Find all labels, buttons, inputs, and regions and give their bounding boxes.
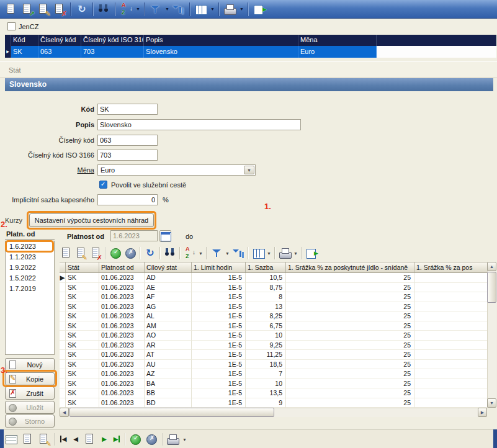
column-header-cilovy-stat[interactable]: Cílový stat xyxy=(145,262,192,272)
filter-graph-icon[interactable] xyxy=(171,2,187,17)
new-document-icon[interactable] xyxy=(3,2,19,17)
delete-document-icon[interactable]: ✗ xyxy=(51,2,68,17)
novy-button[interactable]: Nový xyxy=(5,358,55,371)
ciselny-kod-input[interactable] xyxy=(97,135,158,146)
scroll-right-button[interactable]: ▶ xyxy=(478,408,487,417)
rates-table-row[interactable]: SK01.06.2023AF1E-5825 xyxy=(60,292,487,302)
rates-table-row[interactable]: SK01.06.2023AL1E-58,2525 xyxy=(60,311,487,321)
popis-input[interactable] xyxy=(97,119,301,130)
print-dropdown-arrow[interactable]: ▼ xyxy=(181,437,188,442)
sort-dropdown-arrow[interactable]: ▼ xyxy=(197,251,204,256)
kod-input[interactable] xyxy=(97,104,158,115)
column-header-srazka-snidane[interactable]: 1. Srážka % za poskytnuté jídlo - snídan… xyxy=(286,262,414,272)
record-document-icon[interactable] xyxy=(20,432,36,447)
filter-icon[interactable] xyxy=(209,246,224,261)
columns-dropdown-arrow[interactable]: ▼ xyxy=(209,7,216,11)
search-icon[interactable] xyxy=(96,2,112,17)
prev-record-icon[interactable]: ◀ xyxy=(69,432,82,446)
column-header-limit-hodin[interactable]: 1. Limit hodin xyxy=(192,262,246,272)
rates-table-row[interactable]: SK01.06.2023AM1E-56,7525 xyxy=(60,321,487,331)
kurzy-date-item[interactable]: 1.1.2023 xyxy=(6,252,54,262)
kurzy-date-item[interactable]: 1.7.2019 xyxy=(6,284,54,294)
platnost-od-input[interactable] xyxy=(110,230,158,241)
filter-graph-icon[interactable] xyxy=(231,246,246,261)
kapesne-input[interactable] xyxy=(97,194,158,205)
kurzy-date-item[interactable]: 1.6.2023 xyxy=(6,241,54,252)
list-icon[interactable] xyxy=(4,432,20,447)
rates-table-row[interactable]: SK01.06.2023AZ1E-5725 xyxy=(60,369,487,379)
column-header-srazka-2[interactable]: 1. Srážka % za pos xyxy=(414,262,487,272)
nahrady-settings-button[interactable]: Nastavení výpočtu cestovních náhrad xyxy=(29,213,154,227)
kopie-button[interactable]: Kopie xyxy=(5,372,55,385)
open-document-icon[interactable]: ↗ xyxy=(19,2,35,17)
cancel-icon[interactable] xyxy=(123,246,138,261)
column-header-popis[interactable]: Popis xyxy=(144,35,298,46)
country-row-selected[interactable]: ▶ SK 063 703 Slovensko Euro xyxy=(5,46,496,58)
column-header-mena[interactable]: Měna xyxy=(298,35,377,46)
first-record-icon[interactable]: ◀ xyxy=(57,432,69,446)
sort-az-icon[interactable]: ↓ xyxy=(119,2,135,17)
calendar-button[interactable] xyxy=(159,230,171,242)
scroll-up-button[interactable]: ▲ xyxy=(487,262,496,271)
last-record-icon[interactable]: ▶ xyxy=(110,432,123,446)
rates-table-row[interactable]: SK01.06.2023AO1E-51025 xyxy=(60,331,487,341)
kurzy-date-item[interactable]: 1.5.2022 xyxy=(6,273,54,284)
rates-table-row[interactable]: SK01.06.2023AG1E-51325 xyxy=(60,302,487,312)
zrusit-button[interactable]: Zrušit xyxy=(5,387,55,400)
export-icon[interactable] xyxy=(304,246,319,261)
mena-select[interactable]: Euro ▼ xyxy=(97,164,256,176)
accept-icon[interactable] xyxy=(128,432,144,447)
rates-table-row[interactable]: SK01.06.2023BA1E-51025 xyxy=(60,379,487,389)
print-icon[interactable] xyxy=(277,246,292,261)
new-row-icon[interactable] xyxy=(58,246,73,261)
rates-table-row[interactable]: SK01.06.2023BD1E-5925 xyxy=(60,398,487,408)
filter-dropdown-arrow[interactable]: ▼ xyxy=(164,7,171,11)
rates-table-row[interactable]: SK01.06.2023AT1E-511,2525 xyxy=(60,350,487,360)
print-icon[interactable] xyxy=(222,2,238,17)
rates-table-row[interactable]: ▶SK01.06.2023AD1E-510,525 xyxy=(60,273,487,283)
refresh-icon[interactable]: ↻ xyxy=(74,2,90,17)
record-edit-icon[interactable]: ✎ xyxy=(36,432,52,447)
export-icon[interactable] xyxy=(251,2,267,17)
print-dropdown-arrow[interactable]: ▼ xyxy=(238,7,245,11)
edit-document-icon[interactable]: ✎ xyxy=(35,2,51,17)
povolit-checkbox[interactable] xyxy=(99,181,107,189)
kurzy-date-item[interactable]: 1.9.2022 xyxy=(6,262,54,273)
dates-column-header[interactable]: Platn. od xyxy=(5,229,55,240)
refresh-icon[interactable]: ↻ xyxy=(143,246,158,261)
sort-az-icon[interactable]: ↓ xyxy=(182,246,197,261)
cancel-icon[interactable] xyxy=(144,432,160,447)
filter-dropdown-arrow[interactable]: ▼ xyxy=(224,251,231,256)
column-header-stat[interactable]: Stát xyxy=(66,262,99,272)
column-header-platnost-od[interactable]: Platnost od xyxy=(99,262,145,272)
sort-dropdown-arrow[interactable]: ▼ xyxy=(135,7,141,11)
rates-table-row[interactable]: SK01.06.2023AE1E-58,7525 xyxy=(60,283,487,293)
column-header-sazba[interactable]: 1. Sazba xyxy=(246,262,286,272)
jencz-checkbox[interactable] xyxy=(7,22,16,30)
scroll-down-button[interactable]: ▼ xyxy=(487,398,496,408)
rates-table-row[interactable]: SK01.06.2023BB1E-513,525 xyxy=(60,388,487,398)
horizontal-scroll-thumb[interactable] xyxy=(69,408,274,417)
print-icon[interactable] xyxy=(165,432,181,447)
column-header-iso[interactable]: Číselný kód ISO 3166 xyxy=(81,35,144,46)
accept-icon[interactable] xyxy=(108,246,123,261)
column-header-ciselny-kod[interactable]: Číselný kód xyxy=(38,35,81,46)
delete-row-icon[interactable]: ✗ xyxy=(88,246,103,261)
current-record-icon[interactable] xyxy=(82,432,98,447)
rates-table-row[interactable]: SK01.06.2023AU1E-518,525 xyxy=(60,360,487,370)
iso-input[interactable] xyxy=(97,150,158,161)
scroll-left-button[interactable]: ◀ xyxy=(60,408,69,417)
next-record-icon[interactable]: ▶ xyxy=(98,432,110,446)
vertical-scroll-thumb[interactable] xyxy=(487,272,496,303)
columns-icon[interactable] xyxy=(251,246,266,261)
filter-icon[interactable] xyxy=(148,2,164,17)
print-dropdown-arrow[interactable]: ▼ xyxy=(292,251,299,256)
columns-dropdown-arrow[interactable]: ▼ xyxy=(266,251,272,256)
search-icon[interactable] xyxy=(163,246,177,261)
mena-label[interactable]: Měna xyxy=(0,166,94,174)
rates-table-row[interactable]: SK01.06.2023AR1E-59,2525 xyxy=(60,341,487,351)
columns-icon[interactable] xyxy=(193,2,209,17)
mena-dropdown-arrow[interactable]: ▼ xyxy=(244,166,254,174)
edit-row-icon[interactable]: ✎ xyxy=(73,246,88,261)
column-header-kod[interactable]: Kód xyxy=(11,35,38,46)
